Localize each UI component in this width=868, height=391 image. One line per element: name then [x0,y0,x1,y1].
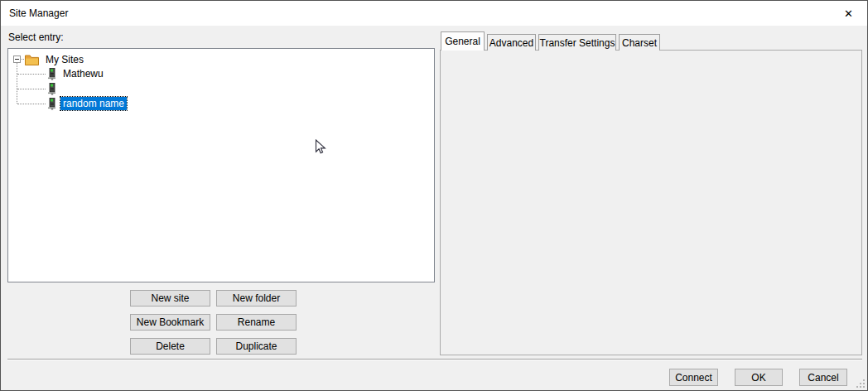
new-bookmark-button[interactable]: New Bookmark [130,314,210,331]
notebook-panel [440,50,862,355]
close-button[interactable]: ✕ [830,1,867,26]
delete-button[interactable]: Delete [130,338,210,355]
tree-connector [17,74,46,75]
new-folder-button[interactable]: New folder [216,290,297,307]
tab-charset[interactable]: Charset [619,34,660,51]
tree-connector [17,63,17,104]
select-entry-label: Select entry: [8,31,64,43]
close-icon: ✕ [844,7,853,20]
tab-advanced[interactable]: Advanced [487,34,536,51]
tree-item-label: Mathewu [60,67,106,80]
tree-item-mathewu[interactable]: Mathewu [47,66,106,81]
tree-expander-collapse[interactable] [13,56,21,63]
new-site-button[interactable]: New site [130,290,210,307]
server-icon [47,83,56,95]
resize-grip[interactable] [856,379,865,388]
site-tree[interactable]: My Sites Mathewu [7,48,435,282]
titlebar: Site Manager ✕ [1,1,867,26]
footer-divider [7,359,862,360]
server-icon [47,68,56,80]
tab-general[interactable]: General [441,31,485,51]
window-title: Site Manager [9,7,68,19]
tab-transfer-settings[interactable]: Transfer Settings [538,34,616,51]
ok-button[interactable]: OK [735,369,783,386]
rename-button[interactable]: Rename [216,314,297,331]
tree-connector [17,104,46,104]
tree-root-label: My Sites [43,53,86,66]
tree-item-label [60,88,65,89]
site-manager-dialog: Site Manager ✕ Select entry: My Sites [0,0,868,391]
duplicate-button[interactable]: Duplicate [216,338,297,355]
tree-connector [17,89,46,89]
tree-root-my-sites[interactable]: My Sites [25,52,86,67]
tree-item-label-selected: random name [60,97,127,110]
cancel-button[interactable]: Cancel [799,369,847,386]
server-icon [47,98,56,110]
tree-item-random-name[interactable]: random name [47,96,127,111]
connect-button[interactable]: Connect [669,369,718,386]
folder-icon [25,55,39,65]
tree-item-unnamed[interactable] [47,81,65,96]
